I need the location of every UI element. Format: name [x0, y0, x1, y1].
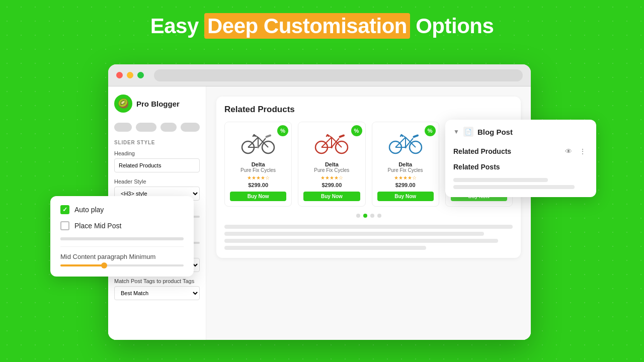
- product-image: [238, 127, 278, 157]
- product-image: [385, 127, 426, 157]
- product-brand: Pure Fix Cycles: [303, 167, 360, 173]
- place-mid-label: Place Mid Post: [74, 222, 121, 230]
- buy-button[interactable]: Buy Now: [230, 192, 286, 201]
- autoplay-checkbox[interactable]: ✓: [60, 205, 69, 214]
- product-name: Delta: [377, 161, 434, 167]
- product-badge: %: [277, 125, 288, 136]
- svg-rect-23: [339, 134, 345, 138]
- svg-line-8: [254, 135, 255, 136]
- product-price: $299.00: [230, 182, 286, 188]
- product-price: $299.00: [377, 182, 434, 188]
- product-card: %: [298, 122, 365, 207]
- product-name: Delta: [303, 161, 360, 167]
- logo-icon: 🥝: [114, 95, 132, 113]
- slider-dots: [224, 214, 513, 218]
- product-badge: %: [425, 125, 436, 136]
- autoplay-label: Auto play: [74, 206, 104, 214]
- product-brand: Pure Fix Cycles: [377, 167, 434, 173]
- svg-rect-11: [265, 134, 272, 138]
- blog-line-2: [453, 185, 575, 189]
- content-lines: [224, 225, 513, 250]
- heading-group: Heading: [114, 150, 200, 172]
- svg-line-2: [248, 137, 258, 147]
- heading-input[interactable]: [114, 158, 200, 172]
- browser-bar: [108, 64, 531, 86]
- buy-button[interactable]: Buy Now: [303, 192, 360, 201]
- logo-area: 🥝 Pro Blogger: [114, 95, 200, 113]
- blog-item-label-1: Related Products: [453, 147, 511, 155]
- match-tags-label: Match Post Tags to product Tags: [114, 278, 200, 284]
- blog-item-row-2: Related Posts: [453, 160, 588, 174]
- product-card: %: [224, 122, 292, 207]
- svg-point-10: [257, 146, 259, 148]
- product-name: Delta: [230, 161, 286, 167]
- slider-dot-1[interactable]: [356, 214, 360, 218]
- svg-line-32: [401, 135, 403, 136]
- slider-dot-3[interactable]: [370, 214, 374, 218]
- match-tags-group: Match Post Tags to product Tags Best Mat…: [114, 278, 200, 300]
- svg-rect-35: [413, 134, 419, 138]
- match-tags-select[interactable]: Best Match: [114, 286, 200, 300]
- header-style-label: Header Style: [114, 178, 200, 185]
- place-mid-checkbox[interactable]: [60, 221, 69, 230]
- title-highlight: Deep Customisation: [204, 13, 410, 39]
- page-title: Easy Deep Customisation Options: [0, 0, 644, 48]
- blog-placeholder-lines: [453, 178, 588, 189]
- slider-dot-2[interactable]: [363, 214, 367, 218]
- panel-blog: ▼ 📄 Blog Post Related Products 👁 ⋮ Relat…: [445, 120, 596, 197]
- blog-header: ▼ 📄 Blog Post: [453, 127, 588, 137]
- product-stars: ★★★★☆: [377, 175, 434, 180]
- product-stars: ★★★★☆: [303, 175, 360, 180]
- blog-icon: 📄: [463, 127, 473, 137]
- autoplay-row: ✓ Auto play: [60, 205, 184, 214]
- place-mid-row: Place Mid Post: [60, 221, 184, 230]
- blog-item-label-2: Related Posts: [453, 163, 500, 171]
- mid-content-slider[interactable]: [60, 264, 184, 266]
- svg-point-34: [405, 146, 407, 148]
- eye-icon[interactable]: 👁: [563, 146, 574, 157]
- panel-slider-bar-container: [60, 237, 184, 240]
- browser-dot-yellow: [127, 72, 133, 78]
- chevron-icon: ▼: [453, 128, 459, 135]
- product-image: [311, 127, 352, 157]
- panel-settings: ✓ Auto play Place Mid Post Mid Content p…: [50, 196, 194, 277]
- product-badge: %: [351, 125, 362, 136]
- title-part1: Easy: [150, 14, 204, 38]
- product-brand: Pure Fix Cycles: [230, 167, 286, 173]
- slider-dot-4[interactable]: [377, 214, 381, 218]
- browser-dot-green: [137, 72, 144, 78]
- svg-line-20: [328, 135, 329, 136]
- nav-pills: [114, 123, 200, 132]
- product-card: %: [372, 122, 439, 207]
- svg-line-26: [395, 137, 406, 147]
- svg-line-14: [321, 137, 332, 147]
- blog-title: Blog Post: [477, 128, 513, 136]
- logo-text: Pro Blogger: [136, 100, 180, 108]
- heading-label: Heading: [114, 150, 200, 156]
- blog-item-row-1: Related Products 👁 ⋮: [453, 143, 588, 160]
- browser-url-bar: [154, 69, 523, 81]
- section-label: SLIDER STYLE: [114, 140, 200, 145]
- browser-dot-red: [116, 72, 123, 78]
- title-part2: Options: [410, 14, 494, 38]
- blog-line-1: [453, 178, 548, 182]
- buy-button[interactable]: Buy Now: [377, 192, 434, 201]
- panel-divider: [60, 246, 184, 247]
- products-title: Related Products: [224, 105, 513, 115]
- blog-item-icons-1: 👁 ⋮: [563, 146, 588, 157]
- product-price: $299.00: [303, 182, 360, 188]
- more-icon[interactable]: ⋮: [577, 146, 588, 157]
- svg-point-22: [331, 146, 333, 148]
- product-stars: ★★★★☆: [230, 175, 286, 180]
- mid-content-label: Mid Content paragraph Minimum: [60, 253, 184, 260]
